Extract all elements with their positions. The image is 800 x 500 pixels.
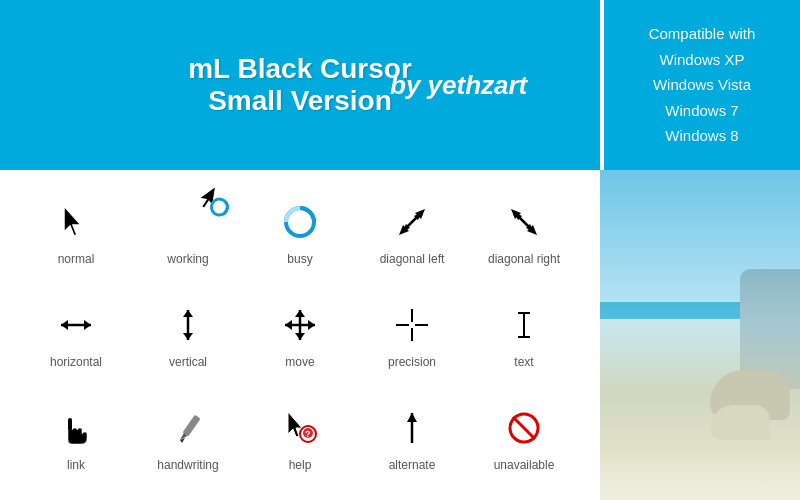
cursor-diagonal-right: diagonal right (468, 180, 580, 283)
compatible-label: Compatible with (649, 21, 756, 47)
cursor-working: working (132, 180, 244, 283)
svg-marker-15 (61, 320, 68, 330)
compatible-os-1: Windows Vista (653, 72, 751, 98)
photo-section (600, 170, 800, 500)
busy-label: busy (287, 252, 312, 266)
cursor-precision: precision (356, 283, 468, 386)
vertical-label: vertical (169, 355, 207, 369)
title-section: mL Black Cursor Small Version by yethzar… (0, 0, 600, 170)
svg-marker-25 (308, 320, 315, 330)
diagonal-left-label: diagonal left (380, 252, 445, 266)
title-line1: mL Black Cursor (188, 53, 412, 85)
diagonal-right-label: diagonal right (488, 252, 560, 266)
cursor-handwriting: handwriting (132, 387, 244, 490)
precision-cursor-icon (388, 301, 436, 349)
link-label: link (67, 458, 85, 472)
link-cursor-icon (52, 404, 100, 452)
unavailable-cursor-icon (500, 404, 548, 452)
cursor-alternate: alternate (356, 387, 468, 490)
compatible-os-0: Windows XP (659, 47, 744, 73)
cursor-move: move (244, 283, 356, 386)
move-cursor-icon (276, 301, 324, 349)
svg-marker-0 (64, 206, 81, 236)
help-cursor-icon: ? (276, 404, 324, 452)
text-cursor-icon (500, 301, 548, 349)
svg-marker-18 (183, 310, 193, 317)
svg-rect-33 (68, 418, 72, 430)
author-credit: by yethzart (390, 70, 527, 101)
cursor-text: text (468, 283, 580, 386)
svg-marker-16 (84, 320, 91, 330)
help-label: help (289, 458, 312, 472)
normal-label: normal (58, 252, 95, 266)
cursors-grid: normal working busy (0, 170, 600, 500)
precision-label: precision (388, 355, 436, 369)
cursor-vertical: vertical (132, 283, 244, 386)
cursor-link: link (20, 387, 132, 490)
unavailable-label: unavailable (494, 458, 555, 472)
horizontal-cursor-icon (52, 301, 100, 349)
cursor-normal: normal (20, 180, 132, 283)
svg-marker-42 (407, 413, 417, 422)
alternate-cursor-icon (388, 404, 436, 452)
move-label: move (285, 355, 314, 369)
busy-cursor-icon (276, 198, 324, 246)
compatible-section: Compatible with Windows XP Windows Vista… (600, 0, 800, 170)
diagonal-left-cursor-icon (388, 198, 436, 246)
svg-marker-19 (183, 333, 193, 340)
cursor-help: ? help (244, 387, 356, 490)
svg-marker-22 (295, 310, 305, 317)
handwriting-label: handwriting (157, 458, 218, 472)
diagonal-right-cursor-icon (500, 198, 548, 246)
compatible-os-3: Windows 8 (665, 123, 738, 149)
title-line2: Small Version (208, 85, 392, 117)
horizontal-label: horizontal (50, 355, 102, 369)
alternate-label: alternate (389, 458, 436, 472)
cursor-diagonal-left: diagonal left (356, 180, 468, 283)
svg-marker-24 (285, 320, 292, 330)
cursor-unavailable: unavailable (468, 387, 580, 490)
vertical-cursor-icon (164, 301, 212, 349)
working-label: working (167, 252, 208, 266)
photo-rock2 (710, 405, 770, 440)
handwriting-cursor-icon (164, 404, 212, 452)
working-cursor-icon (164, 198, 212, 246)
cursor-busy: busy (244, 180, 356, 283)
cursor-horizontal: horizontal (20, 283, 132, 386)
svg-text:?: ? (305, 429, 311, 439)
compatible-os-2: Windows 7 (665, 98, 738, 124)
svg-marker-23 (295, 333, 305, 340)
normal-cursor-icon (52, 198, 100, 246)
text-label: text (514, 355, 533, 369)
svg-rect-34 (182, 415, 200, 437)
